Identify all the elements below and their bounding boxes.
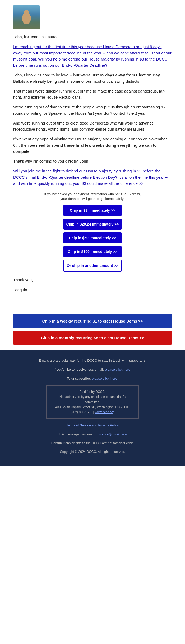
donation-section: If you've saved your payment information… — [13, 192, 172, 272]
footer-links: Terms of Service and Privacy Policy This… — [13, 423, 172, 455]
para4: And we're running out of time to elect g… — [13, 120, 172, 132]
signature: Thank you, Joaquin — [13, 277, 172, 293]
para5: If we want any hope of winning the House… — [13, 136, 172, 154]
main-link[interactable]: I'm reaching out for the first time this… — [13, 44, 172, 67]
footer-less-email: If you'd like to receive less email, ple… — [13, 367, 172, 372]
footer-unsub-link[interactable]: please click here. — [92, 376, 118, 380]
para1-prefix: John, I know it's hard to believe -- — [13, 73, 73, 77]
donate-3-button[interactable]: Chip in $3 immediately >> — [63, 205, 122, 216]
footer-box-line2: Not authorized by any candidate or candi… — [52, 394, 133, 404]
sign-name: Joaquin — [13, 287, 172, 293]
donate-50-button[interactable]: Chip in $50 immediately >> — [63, 232, 122, 243]
recurring-section: Chip in a weekly recurring $1 to elect H… — [0, 309, 185, 350]
recurring-weekly-button[interactable]: Chip in a weekly recurring $1 to elect H… — [13, 314, 172, 328]
donation-note-line2: your donation will go through immediatel… — [61, 197, 125, 201]
para1: John, I know it's hard to believe -- but… — [13, 72, 172, 84]
footer-box-phone: (202) 863-1500 | — [71, 410, 95, 414]
footer-tos-link[interactable]: Terms of Service and Privacy Policy — [66, 424, 119, 427]
link2[interactable]: Will you join me in the fight to defend … — [13, 169, 168, 186]
footer-unsub-prefix: To unsubscribe, — [67, 376, 92, 380]
para3: We're running out of time to ensure the … — [13, 104, 172, 116]
donate-100-button[interactable]: Chip in $100 immediately >> — [63, 246, 122, 257]
para1-bold: but we're just 45 days away from Electio… — [73, 73, 161, 77]
footer-unsub: To unsubscribe, please click here. — [13, 376, 172, 381]
recurring-monthly-button[interactable]: Chip in a monthly recurring $5 to elect … — [13, 331, 172, 345]
donate-2024-button[interactable]: Chip in $20.24 immediately >> — [63, 219, 122, 230]
footer-sent: This message was sent to: xxxxxx@gmail.c… — [13, 432, 172, 437]
sign-thanks: Thank you, — [13, 277, 172, 283]
footer-sent-email[interactable]: xxxxxx@gmail.com — [98, 433, 127, 436]
footer-less-link[interactable]: please click here. — [105, 367, 131, 371]
para3-end: year. — [137, 111, 147, 116]
footer-line1: Emails are a crucial way for the DCCC to… — [13, 358, 172, 363]
header-image — [13, 5, 40, 29]
para3-italic: last — [88, 111, 94, 116]
para6: That's why I'm coming to you directly, J… — [13, 158, 172, 164]
footer-box-line3: 430 South Capitol Street SE, Washington,… — [52, 405, 133, 410]
footer: Emails are a crucial way for the DCCC to… — [0, 350, 185, 466]
footer-sent-prefix: This message was sent to: — [58, 433, 98, 436]
footer-less-prefix: If you'd like to receive less email, — [54, 367, 105, 371]
para3-italic2: next — [130, 111, 137, 116]
footer-tos[interactable]: Terms of Service and Privacy Policy — [13, 423, 172, 428]
donation-note-line1: If you've saved your payment information… — [44, 192, 141, 196]
para2: That means we're quickly running out of … — [13, 88, 172, 100]
footer-contributions: Contributions or gifts to the DCCC are n… — [13, 441, 172, 446]
para3-mid: year don't control it — [94, 111, 130, 116]
donation-note: If you've saved your payment information… — [13, 192, 172, 201]
greeting: John, it's Joaquin Castro. — [13, 34, 172, 40]
donate-other-button[interactable]: Or chip in another amount >> — [63, 260, 122, 272]
para1-suffix: Ballots are already being cast in some o… — [13, 79, 140, 84]
footer-box-line1: Paid for by DCCC. — [52, 389, 133, 394]
link2-para[interactable]: Will you join me in the fight to defend … — [13, 168, 172, 186]
footer-paid-for-box: Paid for by DCCC. Not authorized by any … — [46, 385, 139, 419]
main-link-para[interactable]: I'm reaching out for the first time this… — [13, 44, 172, 68]
footer-copyright: Copyright © 2024 DCCC. All rights reserv… — [13, 449, 172, 454]
footer-dccc-link[interactable]: www.dccc.org — [95, 410, 114, 414]
para5-bold: we need to spend these final few weeks d… — [13, 143, 157, 154]
footer-box-line4: (202) 863-1500 | www.dccc.org — [52, 410, 133, 415]
